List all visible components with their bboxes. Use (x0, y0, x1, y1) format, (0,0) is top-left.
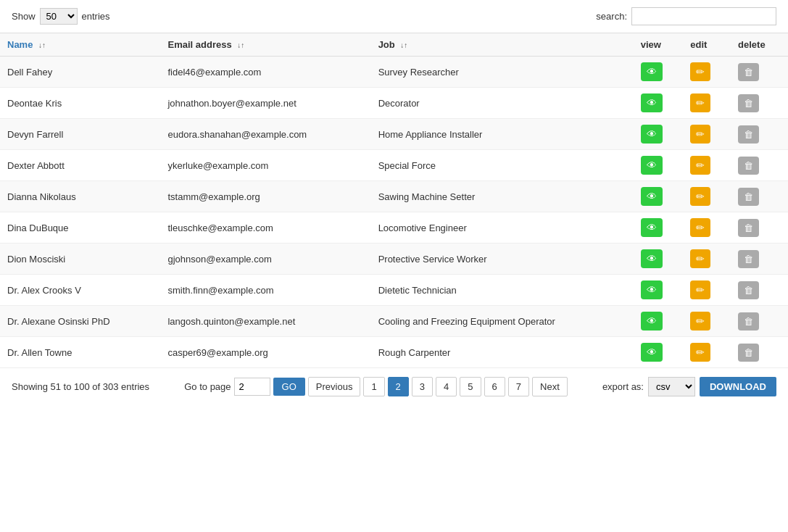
pencil-icon (696, 253, 705, 265)
export-select[interactable]: csv excel pdf (648, 377, 695, 396)
table-row: Dr. Allen Townecasper69@example.orgRough… (0, 337, 788, 368)
page-btn-3[interactable]: 3 (412, 377, 433, 396)
entries-select[interactable]: 10 25 50 100 (40, 8, 78, 25)
cell-email: gjohnson@example.com (160, 244, 370, 275)
cell-name: Dr. Alexane Osinski PhD (0, 306, 160, 337)
cell-job: Locomotive Engineer (371, 212, 634, 244)
view-button[interactable] (641, 218, 663, 237)
view-button[interactable] (641, 156, 663, 175)
trash-icon (744, 160, 753, 171)
view-button[interactable] (641, 343, 663, 362)
delete-button[interactable] (738, 157, 759, 175)
pencil-icon (696, 159, 705, 171)
delete-button[interactable] (738, 94, 759, 112)
table-row: Dexter Abbottykerluke@example.comSpecial… (0, 150, 788, 181)
search-input[interactable] (631, 7, 776, 25)
trash-icon (744, 129, 753, 140)
view-button[interactable] (641, 312, 663, 331)
edit-button[interactable] (690, 312, 710, 331)
table-row: Dr. Alex Crooks Vsmith.finn@example.comD… (0, 275, 788, 306)
sort-icon-email: ↓↑ (237, 41, 244, 49)
cell-view (634, 181, 684, 212)
cell-email: eudora.shanahan@example.com (160, 119, 370, 150)
edit-button[interactable] (690, 187, 710, 206)
page-btn-2[interactable]: 2 (388, 377, 409, 396)
pencil-icon (696, 97, 705, 109)
cell-job: Sawing Machine Setter (371, 181, 634, 212)
delete-button[interactable] (738, 219, 759, 237)
page-btn-1[interactable]: 1 (363, 377, 384, 396)
col-header-job[interactable]: Job ↓↑ (371, 33, 634, 57)
delete-button[interactable] (738, 312, 759, 331)
view-button[interactable] (641, 280, 663, 299)
cell-view (634, 306, 684, 337)
edit-button[interactable] (690, 62, 710, 81)
table-row: Dion Mosciskigjohnson@example.comProtect… (0, 244, 788, 275)
page-btn-7[interactable]: 7 (508, 377, 529, 396)
delete-button[interactable] (738, 188, 759, 206)
edit-button[interactable] (690, 280, 710, 299)
cell-name: Deontae Kris (0, 88, 160, 119)
page-btn-5[interactable]: 5 (460, 377, 481, 396)
edit-button[interactable] (690, 343, 710, 362)
top-bar: Show 10 25 50 100 entries search: (0, 0, 788, 33)
trash-icon (744, 191, 753, 202)
page-btn-4[interactable]: 4 (436, 377, 457, 396)
eye-icon (647, 97, 657, 109)
pencil-icon (696, 128, 705, 140)
cell-edit (683, 181, 731, 212)
view-button[interactable] (641, 249, 663, 268)
pencil-icon (696, 66, 705, 78)
page-btn-6[interactable]: 6 (484, 377, 505, 396)
delete-button[interactable] (738, 344, 759, 362)
edit-button[interactable] (690, 249, 710, 268)
cell-name: Dr. Allen Towne (0, 337, 160, 368)
cell-email: tleuschke@example.com (160, 212, 370, 244)
eye-icon (647, 284, 657, 296)
goto-label: Go to page (184, 381, 231, 392)
goto-page-control: Go to page GO (184, 378, 305, 396)
cell-delete (731, 181, 788, 212)
edit-button[interactable] (690, 156, 710, 175)
cell-job: Rough Carpenter (371, 337, 634, 368)
view-button[interactable] (641, 125, 663, 144)
goto-input[interactable] (234, 378, 270, 396)
col-header-email[interactable]: Email address ↓↑ (160, 33, 370, 57)
eye-icon (647, 222, 657, 233)
table-wrapper: Name ↓↑ Email address ↓↑ Job ↓↑ view edi… (0, 33, 788, 368)
view-button[interactable] (641, 93, 663, 112)
trash-icon (744, 223, 753, 233)
edit-button[interactable] (690, 218, 710, 237)
cell-job: Protective Service Worker (371, 244, 634, 275)
cell-job: Special Force (371, 150, 634, 181)
delete-button[interactable] (738, 281, 759, 299)
cell-name: Dina DuBuque (0, 212, 160, 244)
eye-icon (647, 191, 657, 202)
search-bar: search: (596, 7, 776, 25)
view-button[interactable] (641, 62, 663, 81)
trash-icon (744, 254, 753, 265)
go-button[interactable]: GO (273, 378, 305, 396)
edit-button[interactable] (690, 93, 710, 112)
cell-delete (731, 88, 788, 119)
delete-button[interactable] (738, 250, 759, 268)
view-button[interactable] (641, 187, 663, 206)
delete-button[interactable] (738, 63, 759, 81)
sort-icon-job: ↓↑ (400, 41, 407, 49)
cell-edit (683, 212, 731, 244)
entries-label: entries (82, 11, 110, 22)
export-bar: export as: csv excel pdf DOWNLOAD (602, 377, 776, 396)
bottom-bar: Showing 51 to 100 of 303 entries Go to p… (0, 368, 788, 405)
next-button[interactable]: Next (532, 377, 568, 396)
cell-view (634, 150, 684, 181)
cell-job: Survey Researcher (371, 57, 634, 88)
prev-button[interactable]: Previous (308, 377, 361, 396)
edit-button[interactable] (690, 125, 710, 144)
trash-icon (744, 67, 753, 78)
table-row: Dina DuBuquetleuschke@example.comLocomot… (0, 212, 788, 244)
download-button[interactable]: DOWNLOAD (700, 377, 776, 396)
cell-edit (683, 306, 731, 337)
delete-button[interactable] (738, 125, 759, 144)
col-header-name[interactable]: Name ↓↑ (0, 33, 160, 57)
pencil-icon (696, 191, 705, 202)
